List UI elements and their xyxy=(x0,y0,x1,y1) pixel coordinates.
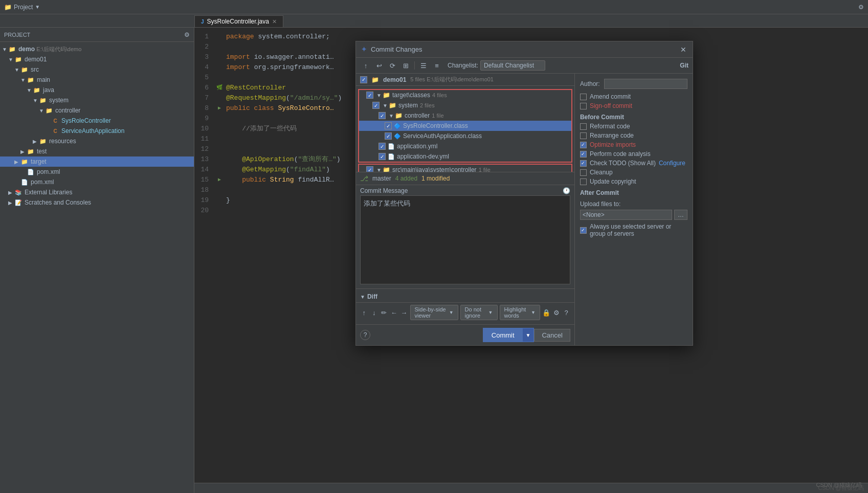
folder-icon: 📁 xyxy=(33,86,41,94)
checkbox[interactable]: ✓ xyxy=(385,132,392,140)
diff-back-btn[interactable]: ← xyxy=(390,307,398,318)
settings-icon[interactable]: ⚙ xyxy=(552,307,561,318)
project-menu[interactable]: 📁 Project ▼ xyxy=(4,4,40,11)
branch-name: master xyxy=(372,175,391,182)
tree-item-pom1[interactable]: 📄 pom.xml xyxy=(0,167,194,177)
folder-arrow: ▼ xyxy=(376,93,382,98)
filetree-sysrolecontroller-class[interactable]: ✓ 🔷 SysRoleController.class xyxy=(359,121,571,131)
changelist-label: Changelist: xyxy=(448,62,478,69)
lock-icon[interactable]: 🔒 xyxy=(542,307,550,318)
node-info: 4 files xyxy=(432,92,447,98)
help-icon[interactable]: ? xyxy=(562,307,570,318)
highlight-group-1: ✓ ▼ 📁 target\classes 4 files ✓ ▼ 📁 syste… xyxy=(358,89,572,163)
node-info: 2 files xyxy=(420,102,435,108)
checkbox[interactable]: ✓ xyxy=(379,153,386,160)
tree-item-sysrolecontroller[interactable]: C SysRoleController xyxy=(0,116,194,126)
always-use-row: ✓ Always use selected server or group of… xyxy=(580,223,687,237)
file-tab[interactable]: J SysRoleController.java ✕ xyxy=(194,15,283,27)
dialog-body: ✓ 📁 demo01 5 files E:\后端代码\demo\demo01 ✓… xyxy=(356,74,693,345)
checkbox[interactable]: ✓ xyxy=(372,102,380,109)
changelist-select[interactable]: Default Changelist xyxy=(480,60,545,71)
signoff-checkbox[interactable] xyxy=(580,103,587,109)
commit-split-button[interactable]: Commit ▼ xyxy=(483,328,535,342)
dialog-toolbar: ↑ ↩ ⟳ ⊞ ☰ ≡ Changelist: Default Changeli… xyxy=(356,58,693,74)
class-icon: 🔷 xyxy=(394,133,401,140)
diff-edit-btn[interactable]: ✏ xyxy=(380,307,388,318)
tree-item-extlibs[interactable]: ▶ 📚 External Libraries xyxy=(0,187,194,197)
cancel-button[interactable]: Cancel xyxy=(534,329,570,342)
filetree-target-classes[interactable]: ✓ ▼ 📁 target\classes 4 files xyxy=(359,90,571,100)
sidebar-title: Project xyxy=(4,32,30,38)
always-use-checkbox[interactable]: ✓ xyxy=(580,227,587,234)
checkbox[interactable]: ✓ xyxy=(379,112,386,119)
checkbox[interactable]: ✓ xyxy=(385,122,392,129)
diff-section: ▼ Diff ↑ ↓ ✏ ← → Side-by-side viewer ▼ D… xyxy=(356,288,574,324)
tree-item-pom2[interactable]: 📄 pom.xml xyxy=(0,177,194,187)
upload-browse-button[interactable]: … xyxy=(674,210,687,220)
arrow-up-btn[interactable]: ↑ xyxy=(360,60,371,71)
tab-close-icon[interactable]: ✕ xyxy=(272,18,277,25)
dialog-icon: ✦ xyxy=(361,46,367,53)
highlight-words-btn[interactable]: Highlight words ▼ xyxy=(500,305,540,320)
perform-checkbox[interactable]: ✓ xyxy=(580,151,587,158)
diff-prev-btn[interactable]: ↑ xyxy=(360,307,368,318)
author-input[interactable] xyxy=(604,79,687,89)
checkbox[interactable]: ✓ xyxy=(366,92,373,99)
tree-item-demo01[interactable]: ▼ 📁 demo01 xyxy=(0,54,194,64)
filetree-system[interactable]: ✓ ▼ 📁 system 2 files xyxy=(359,100,571,110)
folder-arrow: ▼ xyxy=(389,113,394,119)
tree-item-java[interactable]: ▼ 📁 java xyxy=(0,85,194,95)
do-not-ignore-btn[interactable]: Do not ignore ▼ xyxy=(460,305,498,320)
diff-header[interactable]: ▼ Diff xyxy=(356,291,574,302)
tree-item-serviceauthapp[interactable]: C ServiceAuthApplication xyxy=(0,126,194,136)
configure-link[interactable]: Configure xyxy=(659,160,685,167)
folder-icon: 📁 xyxy=(383,92,390,99)
checkbox[interactable]: ✓ xyxy=(366,166,373,172)
cleanup-checkbox[interactable] xyxy=(580,169,587,176)
tree-item-system[interactable]: ▼ 📁 system xyxy=(0,95,194,105)
amend-checkbox[interactable] xyxy=(580,94,587,100)
reformat-checkbox[interactable] xyxy=(580,123,587,130)
filetree-controller[interactable]: ✓ ▼ 📁 controller 1 file xyxy=(359,110,571,121)
diff-next-btn[interactable]: ↓ xyxy=(370,307,379,318)
tree-item-controller[interactable]: ▼ 📁 controller xyxy=(0,105,194,116)
commit-message-input[interactable]: 添加了某些代码 xyxy=(360,195,570,284)
help-button[interactable]: ? xyxy=(360,330,370,340)
tree-item-main[interactable]: ▼ 📁 main xyxy=(0,75,194,85)
tree-item-scratches[interactable]: ▶ 📝 Scratches and Consoles xyxy=(0,197,194,208)
refresh-btn[interactable]: ⟳ xyxy=(387,60,398,71)
group-btn[interactable]: ⊞ xyxy=(400,60,411,71)
author-row: Author: xyxy=(580,79,687,89)
rearrange-checkbox[interactable] xyxy=(580,132,587,139)
gutter-run-icon2: ▶ xyxy=(218,177,221,183)
expand-btn[interactable]: ☰ xyxy=(418,60,429,71)
settings-icon[interactable]: ⚙ xyxy=(858,4,864,11)
tree-item-src[interactable]: ▼ 📁 src xyxy=(0,64,194,75)
tree-item-demo[interactable]: ▼ 📁 demo E:\后端代码\demo xyxy=(0,44,194,54)
tree-arrow: ▶ xyxy=(33,139,39,144)
filetree-srcmain-controller[interactable]: ✓ ▼ 📁 src\main\java\system\controller 1 … xyxy=(359,165,571,172)
filetree-application-yml[interactable]: ✓ 📄 application.yml xyxy=(359,141,571,151)
tree-item-resources[interactable]: ▶ 📁 resources xyxy=(0,136,194,146)
folder-icon: 📁 xyxy=(45,107,53,114)
filetree-application-dev-yml[interactable]: ✓ 📄 application-dev.yml xyxy=(359,151,571,162)
commit-arrow-button[interactable]: ▼ xyxy=(523,328,534,342)
root-checkbox[interactable]: ✓ xyxy=(360,76,367,83)
clock-icon[interactable]: 🕐 xyxy=(563,187,570,194)
checkbox[interactable]: ✓ xyxy=(379,143,386,150)
undo-btn[interactable]: ↩ xyxy=(373,60,385,71)
tree-item-target[interactable]: ▶ 📁 target xyxy=(0,156,194,167)
side-by-side-viewer-btn[interactable]: Side-by-side viewer ▼ xyxy=(410,305,458,320)
optimize-checkbox[interactable]: ✓ xyxy=(580,142,587,148)
commit-main-button[interactable]: Commit xyxy=(483,328,523,342)
copyright-checkbox[interactable] xyxy=(580,178,587,185)
tree-item-test[interactable]: ▶ 📁 test xyxy=(0,146,194,156)
upload-select[interactable]: <None> xyxy=(580,210,672,220)
sidebar-settings-icon[interactable]: ⚙ xyxy=(184,31,190,38)
filetree-serviceauth-class[interactable]: ✓ 🔷 ServiceAuthApplication.class xyxy=(359,131,571,141)
diff-fwd-btn[interactable]: → xyxy=(400,307,408,318)
collapse-btn[interactable]: ≡ xyxy=(431,60,442,71)
close-dialog-button[interactable]: ✕ xyxy=(679,46,687,54)
signoff-row: Sign-off commit xyxy=(580,102,687,109)
todo-checkbox[interactable]: ✓ xyxy=(580,160,587,167)
